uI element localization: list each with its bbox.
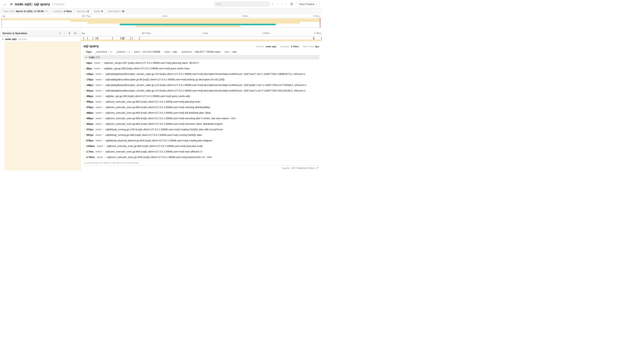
meta-divider — [301, 45, 301, 48]
log-row[interactable]: ›678μs:event=‹sql/distsql_physical_plann… — [84, 138, 319, 143]
span-detail-meta: Service:node sql1Duration:2.79msStart Ti… — [256, 45, 319, 48]
tick-label: 2.79ms — [314, 32, 321, 35]
viewport-start-scrubber[interactable] — [2, 18, 2, 28]
next-match-icon[interactable]: ∨ — [281, 3, 283, 5]
log-marker-tick — [321, 37, 322, 40]
log-row[interactable]: ›366μs:event=‹sql/plan_opt.go:358 [nsql1… — [84, 93, 319, 99]
log-row[interactable]: ›2.7ms:event=‹sql/conn_executor_exec.go:… — [84, 149, 319, 154]
summary-label: Duration — [53, 10, 62, 13]
summary-divider — [51, 10, 51, 13]
log-row[interactable]: ›597μs:event=‹sql/distsql_running.go:498… — [84, 132, 319, 138]
link-icon[interactable] — [316, 167, 319, 170]
log-timestamp: 189μs: — [86, 84, 94, 87]
log-field-key: event — [94, 62, 100, 64]
focus-match-icon[interactable]: ⊕ — [272, 3, 274, 5]
log-row[interactable]: ›476μs:event=‹sql/conn_executor_exec.go:… — [84, 105, 319, 110]
minimap-span-bar — [88, 22, 300, 24]
collapse-all-icon[interactable]: ≫ — [68, 32, 71, 35]
log-row[interactable]: ›2.79ms:event=‹sql/conn_executor_exec.go… — [84, 154, 319, 160]
span-detail-panel: sql query Service:node sql1Duration:2.79… — [81, 42, 322, 171]
collapse-one-icon[interactable]: ∨ — [59, 32, 61, 35]
span-row: node sql1 sql query — [0, 36, 322, 42]
log-timestamp: 142μs: — [86, 73, 94, 75]
log-row[interactable]: ›142μs:event=‹sql/catalog/lease/descript… — [84, 71, 319, 77]
log-field-value: ‹sql/catalog/descs/descriptor.go:98 [nsq… — [105, 78, 225, 81]
chevron-right-icon: › — [84, 62, 85, 64]
collapse-trace-chevron-icon[interactable] — [10, 3, 13, 5]
minimap-span-bar — [70, 20, 320, 22]
tag-item: client=127.0.0.1:59936 — [134, 51, 160, 53]
trace-summary: Trace StartMarch 31 2022, 17:25:09.326Du… — [0, 8, 322, 14]
span-tree-item[interactable]: node sql1 sql query — [0, 36, 81, 42]
log-row[interactable]: ›495μs:event=‹sql/conn_executor_exec.go:… — [84, 116, 319, 121]
equals-sign: = — [102, 150, 104, 153]
span-id-label: SpanID: — [282, 167, 290, 169]
tag-item: _verbose=1 — [116, 51, 130, 53]
log-row[interactable]: ›574μs:event=‹sql/distsql_running.go:142… — [84, 127, 319, 132]
gridline — [81, 18, 82, 28]
log-row[interactable]: ›34μs:event=‹sql/exec_util.go:2297 [nsql… — [84, 60, 319, 66]
expand-all-icon[interactable]: ≫ — [74, 32, 77, 35]
log-row[interactable]: ›176μs:event=‹sql/catalog/descs/descript… — [84, 77, 319, 82]
meta-divider — [278, 45, 278, 48]
timeline-header-row: Service & Operation ∨›≫≫ 0μs697.75μs1.4m… — [0, 30, 322, 36]
log-marker-tick — [122, 37, 122, 40]
log-rows: ›34μs:event=‹sql/exec_util.go:2297 [nsql… — [84, 60, 319, 160]
chevron-right-icon: › — [84, 117, 85, 120]
equals-sign: = — [102, 84, 104, 87]
prev-match-icon[interactable]: ∧ — [276, 3, 278, 5]
summary-label: Depth — [94, 10, 100, 13]
minimap-canvas[interactable] — [2, 18, 320, 28]
equals-sign: = — [104, 156, 105, 159]
span-detail-header: sql query Service:node sql1Duration:2.79… — [84, 44, 319, 48]
top-bar: ← node sql1: sql query 7418682 ⊕∧∨× ⌘ Tr… — [0, 0, 322, 8]
trace-id: 7418682 — [52, 3, 64, 6]
span-timeline[interactable] — [81, 36, 322, 42]
tick-label: 697.75μs — [82, 15, 91, 17]
log-field-value: ‹sql/distsql_physical_planner.go:828 [ns… — [105, 139, 213, 142]
keyboard-shortcuts-button[interactable]: ⌘ — [290, 3, 293, 6]
log-row[interactable]: ›486μs:event=‹sql/conn_executor_exec.go:… — [84, 110, 319, 116]
chevron-right-icon: › — [84, 95, 85, 97]
log-row[interactable]: ›502μs:event=‹sql/conn_executor_exec.go:… — [84, 121, 319, 127]
log-row[interactable]: ›2.69ms:event=‹sql/conn_executor_exec.go… — [84, 143, 319, 149]
timeline-ruler: 0μs697.75μs1.4ms2.09ms2.79ms — [81, 30, 322, 36]
gridline — [161, 18, 161, 28]
find-input[interactable] — [214, 2, 270, 7]
tags-row[interactable]: › Tags: _unfinished=1_verbose=1client=12… — [84, 51, 319, 53]
tag-key: client — [134, 51, 140, 53]
expand-one-icon[interactable]: › — [64, 32, 65, 35]
log-timestamp: 201μs: — [86, 89, 94, 92]
log-row[interactable]: ›201μs:event=‹sql/catalog/lease/descript… — [84, 88, 319, 93]
log-timestamp: 176μs: — [86, 78, 94, 81]
log-row[interactable]: ›189μs:event=‹sql/catalog/lease/descript… — [84, 82, 319, 88]
clear-match-icon[interactable]: × — [286, 3, 287, 5]
minimap-span-bar — [136, 26, 241, 27]
log-field-value: ‹sql/plan_opt.go:358 [nsql1,client=127.0… — [104, 67, 190, 70]
logs-title: Logs — [89, 56, 94, 59]
equals-sign: = — [193, 51, 194, 53]
logs-section-header[interactable]: Logs (18) — [84, 55, 319, 60]
span-collapse-chevron-icon[interactable] — [2, 38, 4, 40]
log-row[interactable]: ›80μs:event=‹sql/plan_opt.go:358 [nsql1,… — [84, 66, 319, 71]
chevron-right-icon: › — [84, 145, 85, 147]
log-field-value: ‹sql/conn_executor_exec.go:684 [nsql1,cl… — [106, 145, 203, 147]
log-marker-tick — [132, 37, 132, 40]
meta-item: Service:node sql1 — [256, 45, 276, 48]
log-field-key: event — [96, 78, 102, 81]
back-button[interactable]: ← — [3, 2, 7, 6]
viewport-end-scrubber[interactable] — [320, 18, 320, 28]
chevron-right-icon: › — [84, 156, 85, 158]
log-marker-tick — [98, 37, 98, 40]
log-row[interactable]: ›459μs:event=‹sql/conn_executor_exec.go:… — [84, 99, 319, 105]
chevron-right-icon: › — [84, 67, 85, 70]
tick-label: 1.4ms — [162, 15, 168, 17]
tick-label: 2.09ms — [242, 15, 248, 17]
log-marker-tick — [97, 37, 97, 40]
equals-sign: = — [108, 51, 109, 53]
log-field-value: ‹sql/catalog/lease/descriptor_version_st… — [105, 73, 306, 75]
trace-view-select[interactable]: Trace Timeline — [296, 1, 320, 7]
tick-label: 0μs — [2, 15, 6, 17]
tick-label: 1.4ms — [202, 32, 208, 35]
equals-sign: = — [102, 106, 104, 109]
